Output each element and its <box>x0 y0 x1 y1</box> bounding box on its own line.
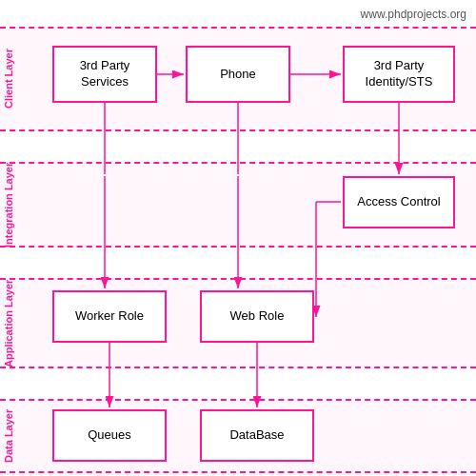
access-control-box: Access Control <box>343 176 455 228</box>
third-party-services-box: 3rd Party Services <box>52 46 157 103</box>
watermark: www.phdprojects.org <box>361 8 466 21</box>
phone-box: Phone <box>186 46 290 103</box>
database-box: DataBase <box>200 409 314 462</box>
queues-box: Queues <box>52 409 167 462</box>
third-party-identity-box: 3rd Party Identity/STS <box>343 46 455 103</box>
worker-role-box: Worker Role <box>52 290 167 343</box>
application-layer-label: Application Layer <box>0 278 17 368</box>
integration-layer-label: Integration Layer <box>0 162 17 248</box>
web-role-box: Web Role <box>200 290 314 343</box>
data-layer-label: Data Layer <box>0 399 17 473</box>
client-layer-label: Client Layer <box>0 27 17 131</box>
